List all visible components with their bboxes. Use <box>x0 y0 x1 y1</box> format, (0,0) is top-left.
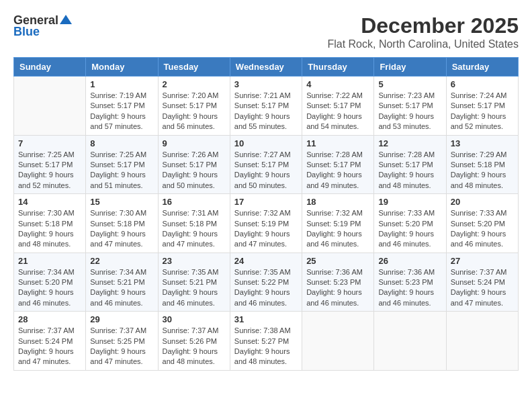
day-info: Sunrise: 7:19 AM Sunset: 5:17 PM Dayligh… <box>90 91 153 132</box>
calendar-day-empty <box>446 312 518 371</box>
calendar-week-row: 28Sunrise: 7:37 AM Sunset: 5:24 PM Dayli… <box>14 312 519 371</box>
calendar-week-row: 7Sunrise: 7:25 AM Sunset: 5:17 PM Daylig… <box>14 135 519 194</box>
day-number: 23 <box>163 256 226 266</box>
day-info: Sunrise: 7:34 AM Sunset: 5:20 PM Dayligh… <box>18 267 81 309</box>
calendar-day-3: 3Sunrise: 7:21 AM Sunset: 5:17 PM Daylig… <box>230 77 302 136</box>
weekday-header-sunday: Sunday <box>14 58 86 77</box>
calendar-day-13: 13Sunrise: 7:29 AM Sunset: 5:18 PM Dayli… <box>446 135 518 194</box>
day-number: 16 <box>163 197 226 207</box>
day-info: Sunrise: 7:20 AM Sunset: 5:17 PM Dayligh… <box>163 91 226 132</box>
calendar-day-8: 8Sunrise: 7:25 AM Sunset: 5:17 PM Daylig… <box>86 135 158 194</box>
calendar-day-18: 18Sunrise: 7:32 AM Sunset: 5:19 PM Dayli… <box>302 194 374 253</box>
calendar-day-29: 29Sunrise: 7:37 AM Sunset: 5:25 PM Dayli… <box>86 312 158 371</box>
day-number: 26 <box>378 256 441 266</box>
day-number: 29 <box>90 314 153 324</box>
day-number: 27 <box>451 256 514 266</box>
day-info: Sunrise: 7:37 AM Sunset: 5:24 PM Dayligh… <box>451 267 514 309</box>
day-info: Sunrise: 7:22 AM Sunset: 5:17 PM Dayligh… <box>306 91 369 132</box>
day-number: 3 <box>234 79 298 89</box>
day-number: 14 <box>18 197 81 207</box>
calendar-day-15: 15Sunrise: 7:30 AM Sunset: 5:18 PM Dayli… <box>86 194 158 253</box>
day-number: 30 <box>163 314 226 324</box>
calendar-day-10: 10Sunrise: 7:27 AM Sunset: 5:17 PM Dayli… <box>230 135 302 194</box>
day-info: Sunrise: 7:37 AM Sunset: 5:24 PM Dayligh… <box>18 326 81 367</box>
svg-marker-0 <box>60 15 72 24</box>
calendar-day-31: 31Sunrise: 7:38 AM Sunset: 5:27 PM Dayli… <box>230 312 302 371</box>
calendar-day-12: 12Sunrise: 7:28 AM Sunset: 5:17 PM Dayli… <box>374 135 446 194</box>
calendar-day-22: 22Sunrise: 7:34 AM Sunset: 5:21 PM Dayli… <box>86 253 158 312</box>
calendar-day-23: 23Sunrise: 7:35 AM Sunset: 5:21 PM Dayli… <box>158 253 230 312</box>
day-info: Sunrise: 7:24 AM Sunset: 5:17 PM Dayligh… <box>451 91 514 132</box>
calendar-day-21: 21Sunrise: 7:34 AM Sunset: 5:20 PM Dayli… <box>14 253 86 312</box>
day-number: 1 <box>90 79 153 89</box>
day-number: 18 <box>306 197 369 207</box>
day-info: Sunrise: 7:25 AM Sunset: 5:17 PM Dayligh… <box>18 150 81 191</box>
calendar-header-row: SundayMondayTuesdayWednesdayThursdayFrid… <box>14 58 519 77</box>
weekday-header-tuesday: Tuesday <box>158 58 230 77</box>
calendar-day-empty <box>14 77 86 136</box>
calendar-day-empty <box>374 312 446 371</box>
day-number: 15 <box>90 197 153 207</box>
header: General Blue December 2025 Flat Rock, No… <box>13 13 519 50</box>
day-number: 17 <box>234 197 298 207</box>
day-number: 10 <box>234 138 298 148</box>
day-info: Sunrise: 7:36 AM Sunset: 5:23 PM Dayligh… <box>378 267 441 309</box>
calendar-table: SundayMondayTuesdayWednesdayThursdayFrid… <box>13 57 519 371</box>
day-number: 5 <box>378 79 441 89</box>
day-info: Sunrise: 7:31 AM Sunset: 5:18 PM Dayligh… <box>163 208 226 250</box>
calendar-day-27: 27Sunrise: 7:37 AM Sunset: 5:24 PM Dayli… <box>446 253 518 312</box>
day-info: Sunrise: 7:32 AM Sunset: 5:19 PM Dayligh… <box>234 208 298 250</box>
day-number: 12 <box>378 138 441 148</box>
day-info: Sunrise: 7:37 AM Sunset: 5:26 PM Dayligh… <box>163 326 226 367</box>
weekday-header-monday: Monday <box>86 58 158 77</box>
day-info: Sunrise: 7:32 AM Sunset: 5:19 PM Dayligh… <box>306 208 369 250</box>
day-info: Sunrise: 7:29 AM Sunset: 5:18 PM Dayligh… <box>451 150 514 191</box>
day-number: 24 <box>234 256 298 266</box>
calendar-day-25: 25Sunrise: 7:36 AM Sunset: 5:23 PM Dayli… <box>302 253 374 312</box>
day-info: Sunrise: 7:34 AM Sunset: 5:21 PM Dayligh… <box>90 267 153 309</box>
day-number: 21 <box>18 256 81 266</box>
calendar-day-28: 28Sunrise: 7:37 AM Sunset: 5:24 PM Dayli… <box>14 312 86 371</box>
logo-blue-text: Blue <box>13 25 40 39</box>
day-info: Sunrise: 7:37 AM Sunset: 5:25 PM Dayligh… <box>90 326 153 367</box>
calendar-day-17: 17Sunrise: 7:32 AM Sunset: 5:19 PM Dayli… <box>230 194 302 253</box>
calendar-day-19: 19Sunrise: 7:33 AM Sunset: 5:20 PM Dayli… <box>374 194 446 253</box>
calendar-day-9: 9Sunrise: 7:26 AM Sunset: 5:17 PM Daylig… <box>158 135 230 194</box>
day-info: Sunrise: 7:36 AM Sunset: 5:23 PM Dayligh… <box>306 267 369 309</box>
day-info: Sunrise: 7:28 AM Sunset: 5:17 PM Dayligh… <box>306 150 369 191</box>
day-number: 25 <box>306 256 369 266</box>
calendar-day-16: 16Sunrise: 7:31 AM Sunset: 5:18 PM Dayli… <box>158 194 230 253</box>
calendar-day-empty <box>302 312 374 371</box>
calendar-day-6: 6Sunrise: 7:24 AM Sunset: 5:17 PM Daylig… <box>446 77 518 136</box>
calendar-day-7: 7Sunrise: 7:25 AM Sunset: 5:17 PM Daylig… <box>14 135 86 194</box>
day-info: Sunrise: 7:28 AM Sunset: 5:17 PM Dayligh… <box>378 150 441 191</box>
calendar-day-4: 4Sunrise: 7:22 AM Sunset: 5:17 PM Daylig… <box>302 77 374 136</box>
day-number: 9 <box>163 138 226 148</box>
title-area: December 2025 Flat Rock, North Carolina,… <box>327 13 519 50</box>
weekday-header-saturday: Saturday <box>446 58 518 77</box>
day-number: 13 <box>451 138 514 148</box>
day-number: 31 <box>234 314 298 324</box>
day-info: Sunrise: 7:33 AM Sunset: 5:20 PM Dayligh… <box>378 208 441 250</box>
day-number: 22 <box>90 256 153 266</box>
day-info: Sunrise: 7:25 AM Sunset: 5:17 PM Dayligh… <box>90 150 153 191</box>
day-info: Sunrise: 7:38 AM Sunset: 5:27 PM Dayligh… <box>234 326 298 367</box>
day-number: 4 <box>306 79 369 89</box>
day-info: Sunrise: 7:30 AM Sunset: 5:18 PM Dayligh… <box>90 208 153 250</box>
day-number: 20 <box>451 197 514 207</box>
day-info: Sunrise: 7:27 AM Sunset: 5:17 PM Dayligh… <box>234 150 298 191</box>
logo: General Blue <box>13 13 72 39</box>
calendar-day-14: 14Sunrise: 7:30 AM Sunset: 5:18 PM Dayli… <box>14 194 86 253</box>
day-number: 7 <box>18 138 81 148</box>
calendar-day-20: 20Sunrise: 7:33 AM Sunset: 5:20 PM Dayli… <box>446 194 518 253</box>
day-info: Sunrise: 7:26 AM Sunset: 5:17 PM Dayligh… <box>163 150 226 191</box>
logo-triangle-icon <box>60 13 72 26</box>
day-number: 28 <box>18 314 81 324</box>
day-info: Sunrise: 7:35 AM Sunset: 5:22 PM Dayligh… <box>234 267 298 309</box>
day-number: 11 <box>306 138 369 148</box>
weekday-header-thursday: Thursday <box>302 58 374 77</box>
day-number: 8 <box>90 138 153 148</box>
calendar-day-2: 2Sunrise: 7:20 AM Sunset: 5:17 PM Daylig… <box>158 77 230 136</box>
weekday-header-friday: Friday <box>374 58 446 77</box>
day-number: 19 <box>378 197 441 207</box>
